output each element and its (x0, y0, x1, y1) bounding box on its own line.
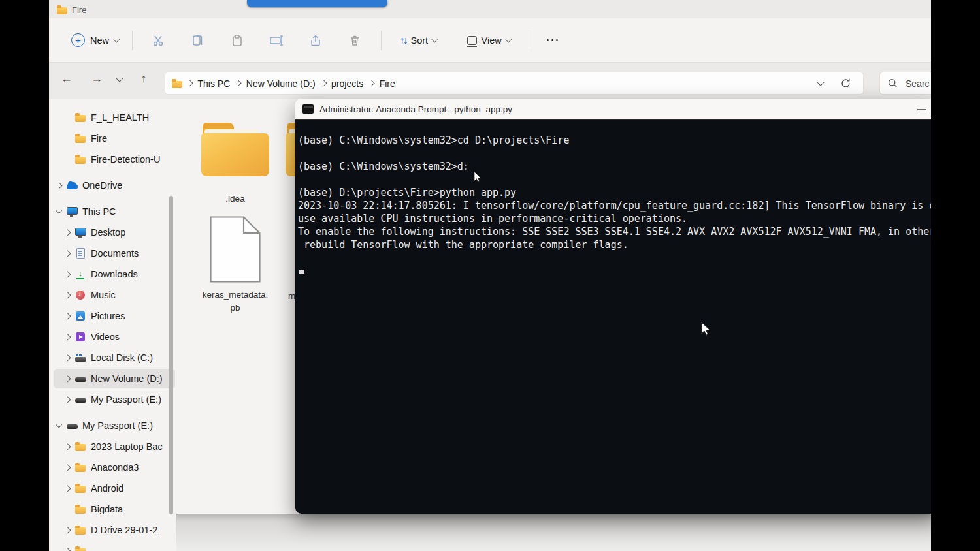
chevron-down-icon (432, 36, 438, 42)
chevron-down-icon (114, 36, 120, 42)
terminal-line: 2023-10-03 22:14:17.805261: I tensorflow… (298, 199, 939, 212)
folder-icon (75, 444, 86, 451)
chevron-right-icon[interactable] (65, 375, 71, 381)
sidebar-item-onedrive[interactable]: OneDrive (54, 176, 167, 195)
toolbar-divider (132, 31, 133, 50)
address-box[interactable]: This PC New Volume (D:) projects Fire (165, 72, 864, 95)
sidebar-item-my-passport-e-root[interactable]: My Passport (E:) (54, 416, 167, 435)
chevron-right-icon[interactable] (65, 250, 71, 256)
chevron-right-icon[interactable] (65, 443, 71, 449)
chevron-right-icon[interactable] (65, 354, 71, 360)
copy-button[interactable] (186, 28, 210, 53)
sidebar-item-my-passport-e[interactable]: My Passport (E:) (54, 390, 175, 409)
sidebar-item-2023-laptop-backup[interactable]: 2023 Laptop Bac (54, 437, 175, 456)
sidebar-item-music[interactable]: Music (54, 285, 175, 305)
folder-idea[interactable] (201, 123, 269, 176)
minimize-button[interactable] (917, 109, 926, 110)
sidebar-scrollbar[interactable] (169, 196, 173, 514)
breadcrumb-projects[interactable]: projects (327, 76, 368, 91)
chevron-right-icon[interactable] (65, 334, 71, 339)
delete-button[interactable] (342, 28, 367, 53)
chevron-right-icon[interactable] (65, 271, 71, 277)
breadcrumb-this-pc[interactable]: This PC (193, 76, 235, 91)
chevron-right-icon[interactable] (65, 548, 71, 551)
refresh-icon[interactable] (840, 78, 851, 89)
folder-icon (75, 507, 86, 514)
drive-icon (75, 377, 86, 382)
address-dropdown-chevron-icon[interactable] (817, 78, 824, 86)
chevron-right-icon[interactable] (65, 229, 71, 235)
sidebar-item-fire[interactable]: Fire (54, 129, 175, 148)
music-icon (76, 291, 85, 300)
paste-button[interactable] (225, 28, 250, 53)
terminal-title-bar[interactable]: Administrator: Anaconda Prompt - python … (295, 99, 939, 120)
forward-button[interactable]: → (87, 72, 106, 86)
sidebar-item-f-l-health[interactable]: F_L_HEALTH (54, 108, 175, 127)
file-label-keras-metadata[interactable]: keras_metadata.pb (200, 289, 270, 315)
folder-icon (75, 486, 86, 493)
local-disk-icon (75, 357, 86, 362)
file-keras-metadata-icon[interactable] (209, 215, 261, 283)
this-pc-icon (67, 207, 78, 215)
chevron-right-icon[interactable] (56, 182, 62, 188)
desktop-icon (75, 228, 86, 236)
new-button[interactable]: + New (65, 28, 125, 52)
sidebar-item-downloads[interactable]: Downloads (54, 264, 175, 284)
sidebar-item-anaconda3[interactable]: Anaconda3 (54, 458, 175, 477)
sidebar-item-videos[interactable]: Videos (54, 327, 175, 347)
console-icon (302, 104, 314, 114)
share-icon (309, 34, 322, 47)
chevron-right-icon[interactable] (65, 485, 71, 491)
rename-button[interactable] (264, 28, 289, 53)
sidebar-item-partial[interactable] (54, 541, 175, 551)
terminal-text-cursor (299, 270, 304, 274)
share-button[interactable] (303, 28, 328, 53)
search-text: Searc (906, 78, 930, 89)
file-label-idea[interactable]: .idea (201, 193, 269, 206)
sidebar-item-bigdata[interactable]: Bigdata (54, 499, 175, 519)
chevron-right-icon[interactable] (65, 464, 71, 470)
up-button[interactable]: ↑ (134, 72, 154, 86)
search-input[interactable]: Searc (879, 72, 931, 95)
back-button[interactable]: ← (57, 72, 76, 86)
sidebar-item-this-pc[interactable]: This PC (54, 202, 167, 221)
sidebar-item-local-disk-c[interactable]: Local Disk (C:) (54, 348, 175, 368)
sidebar-item-pictures[interactable]: Pictures (54, 306, 175, 326)
sort-button-label: Sort (411, 35, 429, 46)
folder-icon (201, 133, 269, 176)
breadcrumb-new-volume[interactable]: New Volume (D:) (242, 76, 320, 91)
folder-icon (75, 157, 86, 164)
sidebar-item-documents[interactable]: Documents (54, 244, 175, 263)
downloads-icon (76, 270, 85, 279)
chevron-right-icon[interactable] (65, 527, 71, 533)
breadcrumb-fire[interactable]: Fire (375, 76, 400, 91)
terminal-console[interactable]: (base) C:\Windows\system32>cd D:\project… (295, 120, 939, 514)
explorer-tab-fire[interactable]: Fire (57, 3, 86, 17)
sidebar-item-new-volume-d[interactable]: New Volume (D:) (54, 369, 175, 388)
chevron-down-icon (505, 36, 511, 42)
toolbar-divider (381, 31, 382, 50)
pictures-icon (76, 311, 85, 321)
sort-button[interactable]: ↑↓ Sort (393, 29, 444, 52)
sidebar-item-desktop[interactable]: Desktop (54, 223, 175, 242)
more-options-button[interactable] (540, 28, 564, 53)
sidebar-item-fire-detection[interactable]: Fire-Detection-U (54, 150, 175, 169)
sidebar-item-d-drive[interactable]: D Drive 29-01-2 (54, 520, 175, 540)
right-black-bar (931, 0, 980, 551)
breadcrumb-separator-icon (368, 80, 374, 86)
terminal-line (298, 147, 939, 160)
folder-icon (75, 115, 86, 122)
new-button-label: New (90, 35, 109, 46)
chevron-right-icon[interactable] (65, 313, 71, 319)
chevron-right-icon[interactable] (65, 292, 71, 298)
sidebar-item-android[interactable]: Android (54, 479, 175, 498)
cut-button[interactable] (146, 28, 171, 53)
breadcrumb-separator-icon (235, 80, 241, 86)
folder-icon (75, 548, 86, 551)
view-button[interactable]: View (461, 30, 517, 51)
terminal-line: rebuild TensorFlow with the appropriate … (298, 238, 939, 251)
chevron-down-icon[interactable] (56, 422, 62, 428)
chevron-right-icon[interactable] (65, 396, 71, 402)
chevron-down-icon[interactable] (56, 208, 62, 213)
recent-locations-chevron-icon[interactable] (116, 74, 123, 82)
